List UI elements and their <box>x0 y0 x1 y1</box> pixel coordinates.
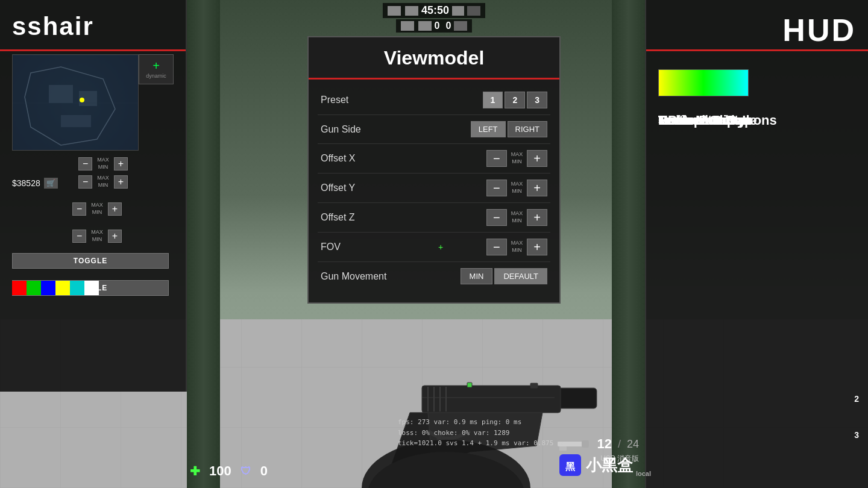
watermark-icon: 黑 <box>559 454 581 476</box>
fov-label: FOV <box>321 242 341 252</box>
hud-row-3: − MAXMIN + <box>72 202 122 216</box>
dynamic-label: dynamic <box>146 73 166 79</box>
swatch-cyan[interactable] <box>70 281 84 295</box>
money-display: $38528 <box>12 178 40 188</box>
gun-side-label: Gun Side <box>321 124 361 135</box>
swatch-white[interactable] <box>84 281 99 295</box>
center-panel-title: Viewmodel <box>309 37 559 80</box>
number-badge-2: 2 <box>854 394 859 404</box>
color-swatches <box>12 281 99 295</box>
settings-table: Preset 1 2 3 Gun Side LEFT RIGHT Offset … <box>309 80 559 302</box>
offset-x-row: Offset X − MAXMIN + <box>318 144 550 174</box>
offset-z-controls: − MAXMIN + <box>486 209 547 226</box>
offset-z-row: Offset Z − MAXMIN + <box>318 203 550 233</box>
preset-2-btn[interactable]: 2 <box>505 92 525 108</box>
gun-side-row: Gun Side LEFT RIGHT <box>318 115 550 144</box>
offset-z-plus[interactable]: + <box>527 209 547 226</box>
minimap-svg <box>13 55 139 151</box>
fov-controls: − MAXMIN + <box>486 239 547 255</box>
toggle-area-1: TOGGLE <box>12 253 169 269</box>
score-right: 0 <box>445 20 451 31</box>
preset-1-btn[interactable]: 1 <box>483 92 503 108</box>
offset-y-minus[interactable]: − <box>486 180 507 196</box>
gun-side-controls: LEFT RIGHT <box>471 121 547 137</box>
fov-minus[interactable]: − <box>486 239 507 255</box>
debug-line-1: fps: 273 var: 0.9 ms ping: 0 ms <box>398 417 565 428</box>
left-panel-title: sshair <box>12 12 94 41</box>
svg-point-5 <box>80 98 84 102</box>
preset-row: Preset 1 2 3 <box>318 86 550 115</box>
shield-icon: 🛡 <box>241 465 251 478</box>
fov-plus[interactable]: + <box>527 239 547 255</box>
gun-side-left-btn[interactable]: LEFT <box>471 121 506 137</box>
toggle-button-1[interactable]: TOGGLE <box>12 253 169 269</box>
offset-y-maxmin: MAXMIN <box>509 181 526 195</box>
score-left: 0 <box>435 20 440 31</box>
offset-x-minus[interactable]: − <box>486 150 507 167</box>
svg-rect-2 <box>49 85 73 103</box>
team-icon-left2 <box>405 6 418 16</box>
offset-y-label: Offset Y <box>321 183 355 193</box>
offset-y-plus[interactable]: + <box>527 180 547 196</box>
hud-row-money: $38528 🛒 <box>12 178 58 189</box>
top-hud: 45:50 0 0 <box>383 3 485 33</box>
row3-minus[interactable]: − <box>72 202 86 216</box>
hud-row-4: − MAXMIN + <box>72 229 122 243</box>
preset-label: Preset <box>321 95 348 105</box>
offset-z-maxmin: MAXMIN <box>509 210 526 224</box>
svg-rect-22 <box>582 440 589 448</box>
top-hud-row-1: 45:50 <box>383 3 485 18</box>
fov-crosshair-icon: + <box>438 242 443 252</box>
row2-plus[interactable]: + <box>114 175 128 189</box>
left-red-accent <box>0 49 186 51</box>
swatch-blue[interactable] <box>41 281 55 295</box>
shield-value: 0 <box>260 463 268 479</box>
menu-item-colored-gun-icons[interactable]: Colored Gun Icons <box>646 105 868 136</box>
crosshair-preview: + dynamic <box>139 54 174 84</box>
ammo-separator: / <box>618 438 621 451</box>
right-red-accent <box>646 49 868 51</box>
hud-row-2: − MAXMIN + <box>78 175 128 189</box>
offset-z-minus[interactable]: − <box>486 209 507 226</box>
offset-x-plus[interactable]: + <box>527 150 547 167</box>
team-icon-left3 <box>401 21 414 31</box>
offset-y-row: Offset Y − MAXMIN + <box>318 174 550 203</box>
row4-minus[interactable]: − <box>72 230 86 243</box>
right-panel-title: HUD <box>782 12 856 48</box>
row4-plus[interactable]: + <box>108 230 122 243</box>
row1-minus[interactable]: − <box>78 157 92 170</box>
row1-plus[interactable]: + <box>114 157 128 170</box>
minimap-inner <box>13 55 138 150</box>
swatch-green[interactable] <box>27 281 41 295</box>
pillar-left <box>187 0 220 488</box>
preset-3-btn[interactable]: 3 <box>527 92 547 108</box>
icon-flag2 <box>467 6 480 16</box>
row1-maxmin: MAXMIN <box>95 157 112 170</box>
swatch-yellow[interactable] <box>55 281 70 295</box>
row3-plus[interactable]: + <box>108 202 122 216</box>
row3-maxmin: MAXMIN <box>89 202 105 216</box>
crosshair-icon: + <box>153 60 160 72</box>
hud-color-preview <box>658 69 749 96</box>
gun-movement-default-btn[interactable]: DEFAULT <box>494 268 547 284</box>
timer-display: 45:50 <box>421 4 449 17</box>
top-hud-row-2: 0 0 <box>396 19 473 33</box>
gun-side-right-btn[interactable]: RIGHT <box>508 121 547 137</box>
gun-movement-min-btn[interactable]: MIN <box>461 268 493 284</box>
fov-row: FOV + − MAXMIN + <box>318 233 550 262</box>
right-panel: HUD Color Scale Horizontal Gap Vertical … <box>645 0 868 488</box>
cart-icon: 🛒 <box>44 178 58 189</box>
row4-maxmin: MAXMIN <box>89 229 105 243</box>
bottom-left-hud: ✚ 100 🛡 0 <box>190 463 268 479</box>
svg-rect-0 <box>13 55 139 151</box>
left-panel: sshair + dynamic − MAXMIN + $38528 <box>0 0 187 392</box>
team-icon-left4 <box>418 21 432 31</box>
swatch-red[interactable] <box>12 281 27 295</box>
gun-movement-label: Gun Movement <box>321 271 386 282</box>
health-value: 100 <box>209 463 231 479</box>
team-icon-left <box>388 6 401 16</box>
icon-knife <box>454 21 467 31</box>
offset-x-label: Offset X <box>321 153 356 164</box>
debug-line-3: tick=1021.0 svs 1.4 + 1.9 ms var: 0.875 … <box>398 438 565 449</box>
row2-minus[interactable]: − <box>78 175 92 189</box>
